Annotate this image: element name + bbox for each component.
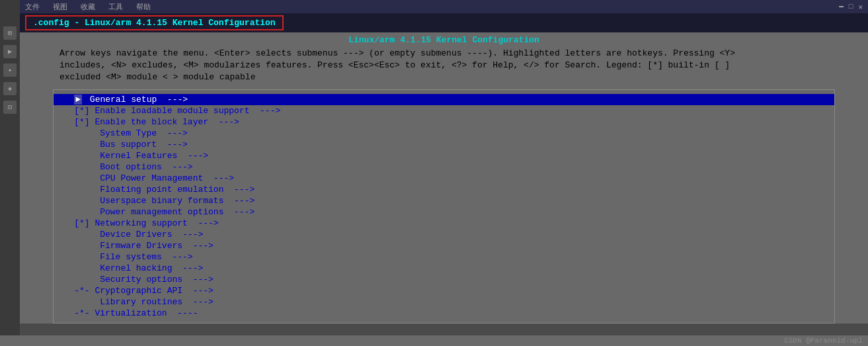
menu-item[interactable]: ► General setup --->	[54, 94, 834, 105]
menu-item[interactable]: CPU Power Management --->	[54, 173, 834, 184]
menu-item[interactable]: Power management options --->	[54, 206, 834, 218]
menu-item[interactable]: Device Drivers --->	[54, 229, 834, 240]
watermark: CSDN @Paranoid-upl	[784, 337, 863, 345]
title-bar-wrapper: .config - Linux/arm 4.1.15 Kernel Config…	[20, 13, 868, 32]
menu-item[interactable]: File systems --->	[54, 251, 834, 263]
menu-item[interactable]: Userspace binary formats --->	[54, 195, 834, 206]
menu-item[interactable]: Kernel hacking --->	[54, 263, 834, 274]
very-top-bar: 文件 视图 收藏 工具 帮助 ━ □ ✕	[20, 0, 868, 13]
main-area: Linux/arm 4.1.15 Kernel Configuration Ar…	[20, 32, 868, 324]
menu-item[interactable]: Floating point emulation --->	[54, 184, 834, 195]
menu-item[interactable]: -*- Virtualization ----	[54, 308, 834, 319]
sidebar-icon-3: ✦	[3, 64, 17, 77]
menu-item[interactable]: [*] Enable the block layer --->	[54, 116, 834, 128]
window-controls: ━ □ ✕	[839, 3, 863, 11]
menu-item[interactable]: System Type --->	[54, 128, 834, 139]
window-title-box: .config - Linux/arm 4.1.15 Kernel Config…	[25, 15, 284, 30]
maximize-icon[interactable]: □	[849, 3, 853, 11]
menu-item[interactable]: [*] Networking support --->	[54, 218, 834, 229]
menu-item[interactable]: Firmware Drivers --->	[54, 240, 834, 251]
bottom-bar: CSDN @Paranoid-upl	[0, 335, 868, 346]
nav-favorites[interactable]: 收藏	[81, 2, 95, 12]
help-line-3: excluded <M> module < > module capable	[59, 71, 828, 83]
config-title: Linux/arm 4.1.15 Kernel Configuration	[20, 32, 868, 46]
menu-item[interactable]: [*] Enable loadable module support --->	[54, 105, 834, 116]
help-text: Arrow keys navigate the menu. <Enter> se…	[20, 46, 868, 85]
content-wrapper: 文件 视图 收藏 工具 帮助 ━ □ ✕ .config - Linux/arm…	[20, 0, 868, 324]
menu-item[interactable]: Library routines --->	[54, 296, 834, 308]
menu-item[interactable]: Kernel Features --->	[54, 150, 834, 161]
menu-item[interactable]: Security options --->	[54, 274, 834, 285]
sidebar-icon-4: ◈	[3, 82, 17, 95]
sidebar-icon-1: ⊞	[3, 26, 17, 40]
nav-tools[interactable]: 工具	[108, 2, 123, 12]
nav-help[interactable]: 帮助	[136, 2, 151, 12]
help-line-1: Arrow keys navigate the menu. <Enter> se…	[59, 48, 828, 60]
help-line-2: includes, <N> excludes, <M> modularizes …	[59, 60, 828, 71]
close-icon[interactable]: ✕	[858, 3, 863, 11]
menu-box: ► General setup ---> [*] Enable loadable…	[53, 89, 835, 324]
left-sidebar: ⊞ ▶ ✦ ◈ ⊡	[0, 0, 20, 346]
window-title: .config - Linux/arm 4.1.15 Kernel Config…	[33, 18, 276, 28]
menu-item[interactable]: -*- Cryptographic API --->	[54, 285, 834, 296]
nav-view[interactable]: 视图	[53, 2, 67, 12]
menu-item[interactable]: Boot options --->	[54, 161, 834, 173]
nav-file[interactable]: 文件	[25, 2, 40, 12]
sidebar-icon-2: ▶	[3, 45, 17, 58]
menu-item[interactable]: Bus support --->	[54, 139, 834, 150]
minimize-icon[interactable]: ━	[839, 3, 844, 11]
sidebar-icon-5: ⊡	[3, 101, 17, 114]
